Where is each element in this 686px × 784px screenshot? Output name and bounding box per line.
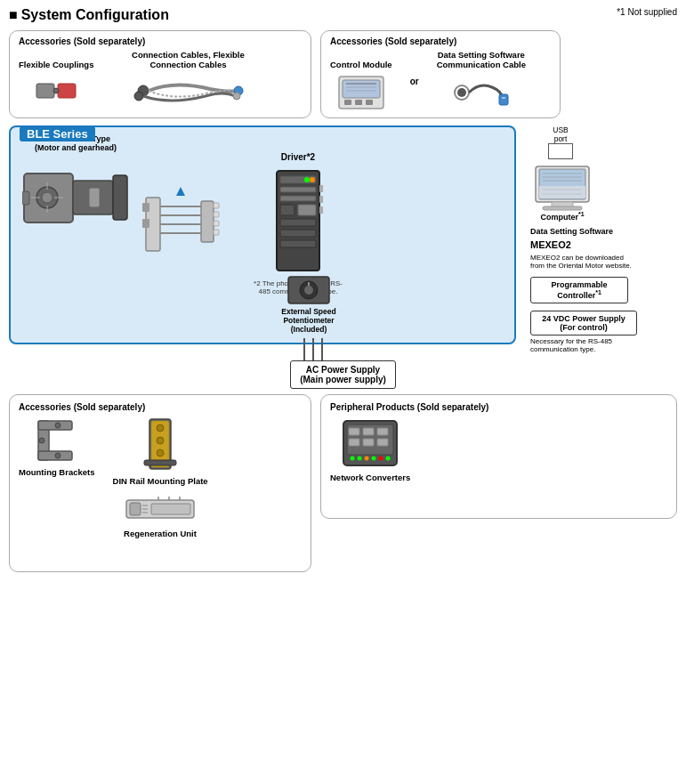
svg-point-108 bbox=[358, 457, 362, 461]
svg-point-17 bbox=[457, 88, 466, 97]
svg-point-109 bbox=[365, 457, 369, 461]
svg-rect-47 bbox=[280, 196, 316, 201]
page-title-area: ■ System Configuration bbox=[9, 7, 677, 23]
page: ■ System Configuration *1 Not supplied A… bbox=[0, 0, 686, 579]
din-rail-label: DIN Rail Mounting Plate bbox=[113, 476, 208, 486]
svg-rect-103 bbox=[377, 428, 388, 435]
ble-series-label: BLE Series bbox=[20, 126, 95, 141]
speed-pot-label: External SpeedPotentiometer (Included) bbox=[269, 307, 349, 334]
svg-rect-50 bbox=[280, 219, 316, 226]
svg-point-87 bbox=[157, 437, 164, 444]
svg-rect-23 bbox=[113, 175, 127, 220]
svg-rect-0 bbox=[36, 84, 54, 98]
svg-rect-40 bbox=[214, 203, 219, 208]
computer-section: Computer*1 bbox=[530, 163, 594, 222]
driver-icon bbox=[273, 167, 323, 274]
svg-point-110 bbox=[372, 457, 376, 461]
flexible-couplings-label: Flexible Couplings bbox=[19, 60, 93, 69]
peripheral-products-title: Peripheral Products (Sold separately) bbox=[330, 402, 667, 412]
page-title: System Configuration bbox=[21, 7, 169, 23]
peripheral-products-section: Peripheral Products (Sold separately) bbox=[320, 394, 677, 572]
connection-cables-item: Connection Cables, Flexible Connection C… bbox=[108, 50, 268, 109]
svg-point-111 bbox=[379, 457, 383, 461]
accessories-left-title: Accessories (Sold separately) bbox=[19, 36, 302, 46]
svg-marker-38 bbox=[176, 187, 185, 196]
control-module-item: Control Module bbox=[330, 60, 392, 112]
svg-rect-102 bbox=[363, 428, 374, 435]
svg-rect-52 bbox=[280, 240, 316, 247]
flexible-coupling-icon bbox=[32, 73, 80, 109]
or-text: or bbox=[410, 77, 419, 86]
vdc-box: 24 VDC Power Supply(For control) bbox=[530, 311, 637, 335]
control-module-icon bbox=[335, 73, 387, 112]
vdc-section: 24 VDC Power Supply(For control) Necessa… bbox=[530, 311, 637, 353]
ble-series-box: BLE Series Combination Type (Motor and g… bbox=[9, 125, 516, 344]
speed-potentiometer-icon bbox=[287, 270, 331, 307]
peripheral-items: Network Converters bbox=[330, 417, 667, 482]
network-converters-item: Network Converters bbox=[330, 417, 410, 482]
svg-rect-54 bbox=[319, 196, 323, 203]
svg-point-3 bbox=[53, 88, 59, 93]
note-top-right: *1 Not supplied bbox=[617, 7, 677, 17]
bottom-left-accessories: Accessories (Sold separately) bbox=[9, 394, 311, 572]
accessories-bottom-items: Mounting Brackets bbox=[19, 417, 302, 486]
top-row: Accessories (Sold separately) Flexible C… bbox=[9, 30, 677, 118]
svg-point-60 bbox=[304, 286, 313, 295]
network-converters-label: Network Converters bbox=[330, 473, 410, 482]
accessories-right-items: Control Module or Data Setting Softwar bbox=[330, 50, 551, 112]
svg-rect-1 bbox=[58, 84, 76, 98]
computer-label: Computer*1 bbox=[540, 211, 584, 222]
svg-rect-71 bbox=[543, 206, 582, 210]
title-icon: ■ bbox=[9, 7, 18, 23]
svg-rect-39 bbox=[201, 201, 214, 242]
din-rail-icon bbox=[141, 417, 180, 473]
right-panel: USBport bbox=[525, 125, 677, 353]
communication-cable-icon bbox=[453, 73, 510, 112]
regen-unit-label: Regeneration Unit bbox=[124, 529, 197, 538]
svg-rect-89 bbox=[144, 460, 176, 465]
accessories-right-title: Accessories (Sold separately) bbox=[330, 36, 551, 46]
svg-rect-9 bbox=[343, 80, 380, 98]
svg-rect-49 bbox=[298, 205, 316, 215]
svg-rect-106 bbox=[377, 439, 388, 446]
top-spacer bbox=[569, 30, 677, 118]
svg-point-107 bbox=[351, 457, 355, 461]
peripheral-products-box: Peripheral Products (Sold separately) bbox=[320, 394, 677, 519]
driver-label: Driver*2 bbox=[281, 152, 315, 162]
svg-rect-72 bbox=[539, 186, 585, 198]
regen-unit-area: Regeneration Unit bbox=[19, 497, 302, 538]
svg-point-78 bbox=[55, 423, 61, 428]
svg-rect-91 bbox=[130, 503, 141, 515]
regen-unit-item: Regeneration Unit bbox=[19, 497, 302, 538]
svg-rect-12 bbox=[366, 100, 373, 105]
data-setting-label: Data Setting Software bbox=[530, 227, 613, 236]
svg-rect-53 bbox=[319, 185, 323, 192]
svg-rect-104 bbox=[349, 439, 359, 446]
svg-point-57 bbox=[310, 177, 315, 182]
accessories-left-items: Flexible Couplings Connection Cables, Fl… bbox=[19, 50, 302, 109]
svg-point-25 bbox=[42, 192, 52, 203]
control-module-label: Control Module bbox=[330, 60, 392, 69]
svg-rect-95 bbox=[151, 504, 190, 514]
svg-rect-32 bbox=[142, 203, 149, 212]
svg-rect-105 bbox=[363, 439, 374, 446]
svg-point-80 bbox=[39, 438, 44, 443]
svg-point-79 bbox=[55, 453, 61, 458]
svg-rect-33 bbox=[142, 219, 149, 228]
svg-rect-41 bbox=[214, 212, 219, 217]
svg-point-7 bbox=[233, 93, 240, 100]
mounting-brackets-item: Mounting Brackets bbox=[19, 417, 95, 486]
usb-port-box bbox=[548, 143, 573, 159]
connection-cables-label: Connection Cables, Flexible Connection C… bbox=[108, 50, 268, 69]
accessories-box-right: Accessories (Sold separately) Control Mo… bbox=[320, 30, 561, 118]
svg-rect-43 bbox=[214, 230, 219, 235]
ble-main-content: Combination Type (Motor and gearhead) bbox=[18, 134, 507, 335]
communication-cable-item: Data Setting Software Communication Cabl… bbox=[437, 50, 526, 112]
svg-rect-46 bbox=[280, 187, 316, 192]
communication-cable-label: Data Setting Software Communication Cabl… bbox=[437, 50, 526, 69]
cables-icon bbox=[130, 73, 246, 109]
flexible-couplings-item: Flexible Couplings bbox=[19, 60, 93, 109]
mounting-brackets-label: Mounting Brackets bbox=[19, 467, 95, 477]
ac-power-wrapper: AC Power Supply(Main power supply) bbox=[9, 360, 677, 389]
svg-rect-55 bbox=[319, 206, 323, 214]
